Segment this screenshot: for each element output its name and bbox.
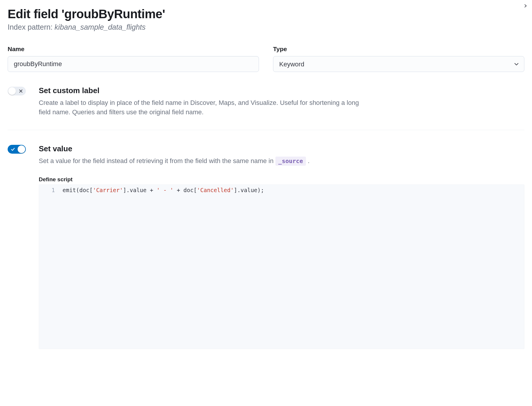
custom-label-toggle[interactable] xyxy=(8,87,26,95)
x-icon xyxy=(19,89,23,93)
custom-label-description: Create a label to display in place of th… xyxy=(39,98,368,117)
script-editor[interactable]: 1 emit(doc['Carrier'].value + ' - ' + do… xyxy=(39,184,524,349)
page-title: Edit field 'groubByRuntime' xyxy=(8,7,524,21)
editor-content[interactable]: emit(doc['Carrier'].value + ' - ' + doc[… xyxy=(59,185,524,349)
set-value-title: Set value xyxy=(39,144,524,153)
subtitle-prefix: Index pattern: xyxy=(8,23,55,31)
tok-pun: + doc[ xyxy=(174,187,197,193)
set-value-toggle[interactable] xyxy=(8,145,26,154)
toggle-knob xyxy=(8,87,16,95)
index-pattern-name: kibana_sample_data_flights xyxy=(55,23,146,31)
tok-fn: emit xyxy=(63,187,76,193)
toggle-knob xyxy=(18,145,25,153)
flyout-close-chevron[interactable] xyxy=(522,2,529,9)
tok-pun: ].value); xyxy=(234,187,264,193)
set-value-desc-prefix: Set a value for the field instead of ret… xyxy=(39,157,275,165)
name-input[interactable] xyxy=(8,56,259,72)
line-number: 1 xyxy=(39,186,55,194)
page-subtitle: Index pattern: kibana_sample_data_flight… xyxy=(8,23,524,31)
editor-gutter: 1 xyxy=(39,185,59,349)
section-set-value: Set value Set a value for the field inst… xyxy=(8,130,524,349)
set-value-description: Set a value for the field instead of ret… xyxy=(39,156,368,166)
tok-str: ' - ' xyxy=(156,187,173,193)
tok-pun: ].value + xyxy=(123,187,156,193)
set-value-desc-suffix: . xyxy=(306,157,309,165)
tok-str: 'Carrier' xyxy=(93,187,123,193)
check-icon xyxy=(11,147,15,152)
source-code-badge: _source xyxy=(275,157,306,166)
custom-label-title: Set custom label xyxy=(39,86,524,95)
tok-str: 'Cancelled' xyxy=(197,187,234,193)
type-select[interactable]: Keyword xyxy=(273,56,524,72)
name-label: Name xyxy=(8,46,259,53)
form-row-name-type: Name Type Keyword xyxy=(8,46,524,72)
define-script-label: Define script xyxy=(39,176,524,183)
tok-pun: (doc[ xyxy=(76,187,93,193)
section-custom-label: Set custom label Create a label to displ… xyxy=(8,72,524,117)
type-label: Type xyxy=(273,46,524,53)
